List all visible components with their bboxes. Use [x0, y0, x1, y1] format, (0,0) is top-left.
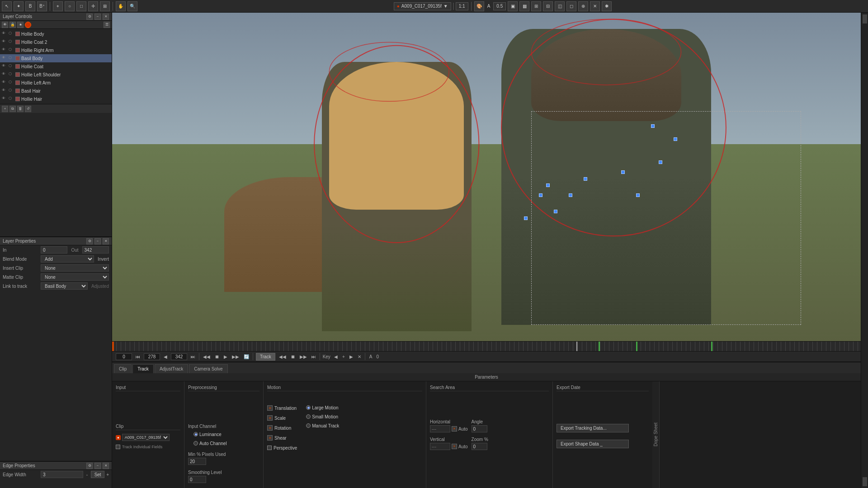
layer-item-hollie-left-arm[interactable]: 👁 ⬡ Hollie Left Arm	[0, 79, 112, 87]
edge-props-minimize[interactable]: −	[94, 463, 101, 469]
viewer-btn4[interactable]: ⊟	[543, 1, 553, 11]
key-next-btn[interactable]: ▶	[349, 354, 354, 359]
rotation-checkbox[interactable]: ✕	[267, 425, 273, 431]
edge-plus-btn[interactable]: +	[106, 472, 109, 477]
manual-track-radio[interactable]	[306, 423, 311, 428]
toolbar-b2-btn[interactable]: B⁺	[37, 1, 47, 11]
toolbar-grid-btn[interactable]: ⊞	[100, 1, 110, 11]
frame-start-display[interactable]	[116, 353, 132, 360]
toolbar-hand-btn[interactable]: ✋	[116, 1, 126, 11]
loop-btn[interactable]: 🔄	[243, 354, 250, 359]
matte-clip-select[interactable]: None	[41, 273, 109, 281]
track-end-btn[interactable]: ⏭	[311, 354, 317, 359]
toolbar-move-btn[interactable]: ✛	[88, 1, 98, 11]
color-btn[interactable]: 🎨	[474, 1, 484, 11]
export-tracking-btn[interactable]: Export Tracking Data...	[557, 424, 629, 432]
viewer-btn7[interactable]: ⊕	[578, 1, 588, 11]
tab-track[interactable]: Track	[132, 364, 154, 373]
key-prev-btn[interactable]: ◀	[333, 354, 339, 359]
blend-mode-select[interactable]: Add	[41, 255, 94, 263]
viewer-btn5[interactable]: ◫	[555, 1, 565, 11]
frame-end-display[interactable]	[171, 353, 187, 360]
toolbar-link-btn[interactable]: ⌖	[53, 1, 63, 11]
toolbar-select-btn[interactable]: ↖	[2, 1, 12, 11]
layer-solo-btn[interactable]: ★	[17, 22, 24, 28]
track-stop-btn[interactable]: ⏹	[290, 354, 296, 359]
tab-camera-solve[interactable]: Camera Solve	[189, 364, 227, 373]
zoom-level[interactable]: 1:1	[456, 2, 468, 10]
layer-item-hollie-body[interactable]: 👁 ⬡ Hollie Body	[0, 30, 112, 38]
layer-item-hollie-hair[interactable]: 👁 ⬡ Hollie Hair	[0, 95, 112, 103]
viewer-btn3[interactable]: ⊞	[531, 1, 541, 11]
link-track-select[interactable]: Basil Body	[41, 282, 88, 290]
shear-checkbox[interactable]: ✕	[267, 435, 273, 441]
luminance-radio[interactable]	[193, 432, 198, 436]
track-forward-btn[interactable]: ▶▶	[299, 354, 308, 359]
go-to-end-btn[interactable]: ⏭	[190, 354, 196, 359]
scroll-down-btn[interactable]	[863, 477, 867, 486]
insert-clip-select[interactable]: None	[41, 264, 109, 272]
clip-select[interactable]: A009_C017_09135f	[122, 434, 170, 441]
auto-channel-radio[interactable]	[193, 441, 198, 446]
out-input[interactable]	[82, 246, 109, 253]
edge-width-input[interactable]	[41, 471, 83, 478]
toolbar-circle-btn[interactable]: ○	[65, 1, 75, 11]
layer-item-hollie-coat2[interactable]: 👁 ⬡ Hollie Coat 2	[0, 38, 112, 46]
stop-btn[interactable]: ⏹	[214, 354, 220, 359]
duplicate-layer-btn[interactable]: ⧉	[9, 106, 16, 112]
layer-item-basil-hair[interactable]: 👁 ⬡ Basil Hair	[0, 87, 112, 95]
key-add-btn[interactable]: +	[341, 354, 346, 359]
toolbar-b1-btn[interactable]: B	[25, 1, 35, 11]
scale-checkbox[interactable]: ✕	[267, 415, 273, 421]
play-btn[interactable]: ▶	[223, 354, 228, 359]
toolbar-edit-btn[interactable]: ✦	[14, 1, 24, 11]
viewer-btn8[interactable]: ✕	[590, 1, 600, 11]
layer-props-close[interactable]: ✕	[103, 238, 109, 244]
toolbar-rect-btn[interactable]: □	[76, 1, 86, 11]
go-to-start-btn[interactable]: ⏮	[135, 354, 141, 359]
layer-controls-settings[interactable]: ⚙	[86, 14, 93, 20]
vertical-input[interactable]	[430, 443, 450, 450]
add-layer-btn[interactable]: +	[2, 106, 8, 112]
toolbar-zoom-btn[interactable]: 🔍	[127, 1, 137, 11]
layer-item-hollie-coat[interactable]: 👁 ⬡ Hollie Coat	[0, 62, 112, 70]
key-delete-btn[interactable]: ✕	[357, 354, 362, 359]
play-backward-btn[interactable]: ◀◀	[202, 354, 211, 359]
layer-item-basil-body[interactable]: 👁 ⬡ Basil Body	[0, 54, 112, 62]
smoothing-input[interactable]	[188, 476, 206, 483]
scroll-up-btn[interactable]	[863, 14, 867, 23]
play-forward-btn[interactable]: ▶▶	[231, 354, 240, 359]
large-motion-radio[interactable]	[306, 405, 311, 410]
viewer-btn1[interactable]: ▣	[508, 1, 518, 11]
frame-current-display[interactable]	[144, 353, 160, 360]
track-individual-checkbox[interactable]	[116, 445, 120, 449]
tab-clip[interactable]: Clip	[114, 364, 132, 373]
perspective-checkbox[interactable]	[267, 446, 272, 450]
layer-item-hollie-left-shoulder[interactable]: 👁 ⬡ Hollie Left Shoulder	[0, 70, 112, 79]
layer-lock-btn[interactable]: 🔒	[9, 22, 16, 28]
layer-controls-minimize[interactable]: −	[94, 14, 101, 20]
translation-checkbox[interactable]: ✕	[267, 405, 273, 411]
vertical-auto-check[interactable]: ✕	[452, 444, 457, 449]
reset-layer-btn[interactable]: ↺	[25, 106, 31, 112]
layer-item-hollie-right-arm[interactable]: 👁 ⬡ Hollie Right Arm	[0, 46, 112, 54]
min-pixels-input[interactable]	[188, 458, 206, 465]
edge-props-settings[interactable]: ⚙	[86, 463, 93, 469]
viewer-btn9[interactable]: ✱	[602, 1, 612, 11]
viewer-btn6[interactable]: ◻	[566, 1, 576, 11]
track-button[interactable]: Track	[256, 353, 275, 361]
timeline-ruler[interactable]	[112, 342, 861, 352]
edge-set-btn[interactable]: Set	[91, 471, 104, 478]
prev-frame-btn[interactable]: ◀	[163, 354, 168, 359]
track-backward-btn[interactable]: ◀◀	[278, 354, 287, 359]
layer-controls-close[interactable]: ✕	[103, 14, 109, 20]
viewer-btn2[interactable]: ▦	[519, 1, 529, 11]
tab-adjust-track[interactable]: AdjustTrack	[155, 364, 188, 373]
angle-input[interactable]	[472, 425, 487, 432]
layer-color-btn[interactable]	[25, 22, 31, 28]
small-motion-radio[interactable]	[306, 414, 311, 419]
horizontal-input[interactable]	[430, 425, 450, 432]
layer-visible-btn[interactable]: 👁	[2, 22, 8, 28]
layer-props-minimize[interactable]: −	[94, 238, 101, 244]
layer-menu-btn[interactable]: ☰	[104, 22, 110, 28]
